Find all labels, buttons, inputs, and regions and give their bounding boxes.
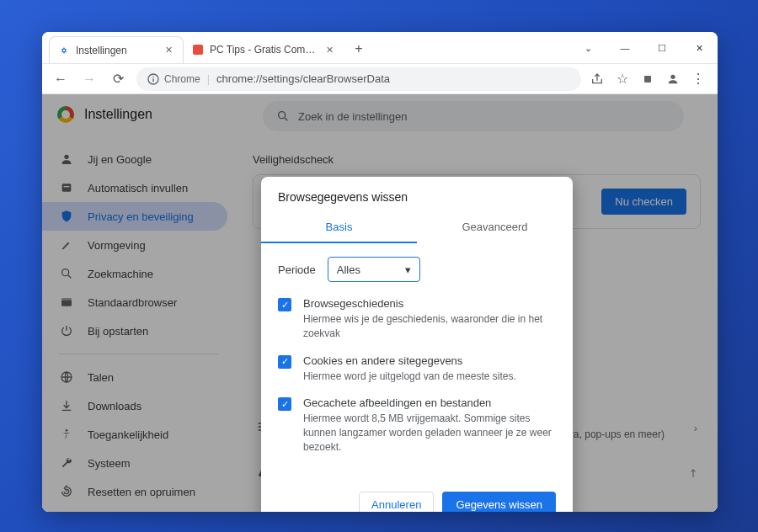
tab-settings[interactable]: Instellingen ✕ bbox=[49, 36, 184, 63]
minimize-button[interactable]: ― bbox=[606, 32, 643, 64]
checkbox[interactable]: ✓ bbox=[278, 298, 291, 311]
option-subtitle: Hiermee word je uitgelogd van de meeste … bbox=[303, 370, 516, 384]
omnibox[interactable]: Chrome | chrome://settings/clearBrowserD… bbox=[136, 67, 581, 91]
window-controls: ⌄ ― ☐ ✕ bbox=[569, 32, 718, 63]
option-title: Gecachete afbeeldingen en bestanden bbox=[303, 396, 556, 409]
bookmark-icon[interactable]: ☆ bbox=[615, 72, 630, 87]
period-select[interactable]: Alles ▾ bbox=[328, 257, 420, 282]
maximize-button[interactable]: ☐ bbox=[643, 32, 681, 64]
period-label: Periode bbox=[278, 263, 316, 276]
tab-strip: Instellingen ✕ PC Tips - Gratis Computer… bbox=[42, 32, 569, 63]
new-tab-button[interactable]: + bbox=[347, 37, 371, 61]
chevron-down-icon: ▾ bbox=[405, 263, 411, 276]
reload-button[interactable]: ⟳ bbox=[108, 69, 128, 89]
option-subtitle: Hiermee wis je de geschiedenis, waaronde… bbox=[303, 312, 556, 341]
clear-option-2: ✓Gecachete afbeeldingen en bestandenHier… bbox=[278, 396, 556, 454]
tab-label: Instellingen bbox=[76, 45, 157, 56]
extensions-icon[interactable] bbox=[640, 72, 655, 87]
titlebar: Instellingen ✕ PC Tips - Gratis Computer… bbox=[42, 32, 718, 64]
svg-point-1 bbox=[152, 76, 154, 77]
dialog-tabs: Basis Geavanceerd bbox=[261, 212, 573, 243]
checkbox[interactable]: ✓ bbox=[278, 397, 291, 411]
site-info-chip[interactable]: Chrome bbox=[147, 72, 200, 86]
svg-rect-3 bbox=[644, 76, 651, 82]
close-icon[interactable]: ✕ bbox=[163, 45, 174, 56]
clear-option-1: ✓Cookies en andere sitegegevensHiermee w… bbox=[278, 354, 556, 384]
menu-icon[interactable]: ⋮ bbox=[691, 72, 706, 87]
option-title: Browsegeschiedenis bbox=[303, 297, 556, 310]
option-title: Cookies en andere sitegegevens bbox=[303, 354, 516, 367]
share-icon[interactable] bbox=[590, 72, 605, 87]
forward-button[interactable]: → bbox=[79, 69, 99, 89]
url-text: chrome://settings/clearBrowserData bbox=[216, 72, 390, 85]
svg-rect-2 bbox=[152, 78, 153, 82]
tab-basic[interactable]: Basis bbox=[261, 212, 417, 243]
close-window-button[interactable]: ✕ bbox=[681, 32, 718, 64]
address-bar: ← → ⟳ Chrome | chrome://settings/clearBr… bbox=[42, 64, 718, 94]
dialog-title: Browsegegevens wissen bbox=[261, 177, 573, 212]
profile-icon[interactable] bbox=[665, 72, 681, 87]
option-subtitle: Hiermee wordt 8,5 MB vrijgemaakt. Sommig… bbox=[303, 412, 556, 454]
checkbox[interactable]: ✓ bbox=[278, 355, 291, 369]
cancel-button[interactable]: Annuleren bbox=[359, 492, 434, 512]
dropdown-icon[interactable]: ⌄ bbox=[569, 32, 606, 64]
tab-advanced[interactable]: Geavanceerd bbox=[417, 212, 573, 243]
content-area: Instellingen Zoek in de instellingen Jij… bbox=[42, 94, 718, 512]
site-favicon bbox=[192, 44, 204, 56]
gear-icon bbox=[58, 45, 70, 56]
time-range-row: Periode Alles ▾ bbox=[278, 257, 556, 282]
browser-window: Instellingen ✕ PC Tips - Gratis Computer… bbox=[42, 32, 718, 512]
svg-point-4 bbox=[670, 74, 675, 78]
back-button[interactable]: ← bbox=[51, 69, 71, 89]
dialog-footer: Annuleren Gegevens wissen bbox=[261, 481, 573, 512]
clear-option-0: ✓BrowsegeschiedenisHiermee wis je de ges… bbox=[278, 297, 556, 341]
clear-data-dialog: Browsegegevens wissen Basis Geavanceerd … bbox=[261, 177, 573, 512]
tab-label: PC Tips - Gratis Computer Tips, s bbox=[210, 44, 318, 56]
close-icon[interactable]: ✕ bbox=[323, 44, 335, 56]
clear-data-button[interactable]: Gegevens wissen bbox=[442, 492, 556, 512]
toolbar-icons: ☆ ⋮ bbox=[590, 72, 709, 87]
tab-pctips[interactable]: PC Tips - Gratis Computer Tips, s ✕ bbox=[184, 36, 344, 63]
